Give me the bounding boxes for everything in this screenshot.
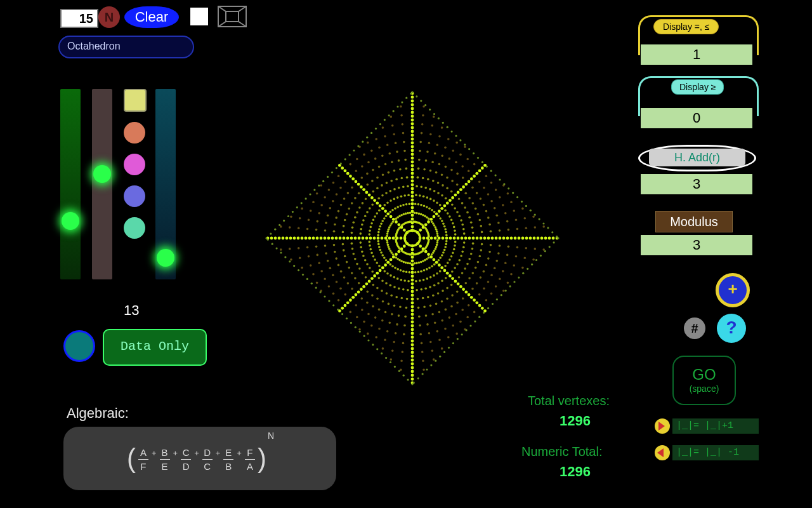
slider-3[interactable] bbox=[155, 89, 176, 279]
shape-select[interactable]: Octahedron bbox=[58, 36, 194, 58]
svg-point-908 bbox=[426, 216, 428, 218]
hadd-value-input[interactable]: 3 bbox=[641, 174, 752, 194]
swatch-orange[interactable] bbox=[124, 122, 145, 144]
svg-point-32 bbox=[533, 237, 536, 240]
svg-point-689 bbox=[341, 166, 344, 170]
svg-point-877 bbox=[435, 171, 438, 174]
svg-point-191 bbox=[433, 274, 435, 277]
svg-point-772 bbox=[395, 142, 397, 145]
svg-point-884 bbox=[422, 214, 424, 217]
svg-point-757 bbox=[391, 161, 393, 163]
slider-1-thumb[interactable] bbox=[62, 212, 79, 230]
svg-point-556 bbox=[297, 237, 300, 240]
modulus-value-input[interactable]: 3 bbox=[641, 235, 752, 255]
svg-point-913 bbox=[451, 180, 454, 182]
svg-point-545 bbox=[339, 237, 342, 240]
svg-point-852 bbox=[426, 150, 429, 153]
n-toggle-button[interactable]: N bbox=[98, 6, 120, 28]
data-only-button[interactable]: Data Only bbox=[103, 329, 207, 366]
tab-display-ge[interactable]: Display ≥ bbox=[671, 79, 724, 95]
svg-point-934 bbox=[433, 215, 436, 218]
swatch-blue[interactable] bbox=[124, 185, 145, 207]
svg-point-538 bbox=[365, 237, 369, 240]
svg-point-972 bbox=[468, 197, 471, 199]
svg-point-35 bbox=[544, 237, 547, 240]
svg-point-970 bbox=[454, 207, 456, 210]
svg-point-746 bbox=[381, 155, 384, 157]
svg-point-14 bbox=[464, 237, 468, 240]
help-button[interactable]: ? bbox=[717, 314, 746, 343]
value-le-input[interactable]: 1 bbox=[641, 44, 752, 65]
svg-point-152 bbox=[451, 277, 454, 280]
svg-point-225 bbox=[418, 262, 421, 264]
svg-point-663 bbox=[344, 181, 347, 184]
svg-point-52 bbox=[534, 248, 537, 250]
mode-toggle-button[interactable] bbox=[63, 330, 95, 362]
svg-point-860 bbox=[420, 204, 422, 206]
svg-point-435 bbox=[358, 282, 360, 284]
svg-point-1114 bbox=[477, 157, 479, 159]
svg-point-1069 bbox=[278, 224, 280, 226]
svg-point-616 bbox=[329, 207, 332, 210]
svg-point-455 bbox=[366, 263, 369, 265]
svg-point-412 bbox=[379, 269, 382, 272]
slider-1[interactable] bbox=[60, 89, 81, 279]
svg-point-1005 bbox=[460, 219, 462, 222]
value-ge-input[interactable]: 0 bbox=[641, 108, 752, 128]
svg-point-292 bbox=[411, 347, 414, 351]
svg-point-708 bbox=[376, 187, 379, 190]
slider-2[interactable] bbox=[92, 89, 112, 279]
svg-point-1068 bbox=[398, 370, 400, 372]
step-decrement[interactable]: |_|= |_| -1 bbox=[655, 444, 759, 461]
svg-point-1079 bbox=[531, 264, 533, 265]
svg-point-1104 bbox=[359, 331, 361, 333]
slider-2-thumb[interactable] bbox=[93, 165, 111, 183]
svg-point-597 bbox=[378, 228, 381, 231]
svg-point-419 bbox=[360, 288, 363, 291]
svg-point-604 bbox=[318, 212, 320, 215]
svg-point-142 bbox=[424, 250, 428, 253]
swatch-yellow[interactable] bbox=[124, 89, 147, 112]
svg-point-512 bbox=[290, 258, 292, 261]
svg-point-57 bbox=[445, 243, 447, 246]
svg-point-821 bbox=[411, 115, 414, 118]
svg-point-971 bbox=[461, 202, 464, 204]
size-input[interactable]: 15 bbox=[60, 9, 98, 28]
tab-display-le[interactable]: Display =, ≤ bbox=[653, 19, 719, 34]
svg-point-313 bbox=[402, 342, 405, 345]
octahedron-visualization[interactable] bbox=[254, 79, 571, 397]
clear-button[interactable]: Clear bbox=[124, 6, 179, 28]
svg-point-945 bbox=[462, 185, 465, 189]
svg-point-136 bbox=[471, 288, 474, 290]
hash-button[interactable]: # bbox=[684, 318, 705, 339]
swatch-magenta[interactable] bbox=[124, 154, 145, 175]
hadd-button[interactable]: H. Add(r) bbox=[638, 145, 756, 171]
svg-point-1064 bbox=[403, 375, 405, 377]
go-button[interactable]: GO (space) bbox=[672, 356, 736, 405]
svg-point-1173 bbox=[393, 110, 395, 112]
modulus-label[interactable]: Modulus bbox=[655, 211, 733, 232]
svg-point-881 bbox=[447, 138, 450, 140]
swatch-teal[interactable] bbox=[124, 217, 145, 239]
add-button[interactable]: + bbox=[716, 273, 750, 307]
svg-point-157 bbox=[465, 291, 468, 294]
svg-point-84 bbox=[443, 249, 446, 251]
svg-point-262 bbox=[421, 351, 424, 354]
svg-point-1110 bbox=[473, 152, 475, 154]
slider-3-thumb[interactable] bbox=[157, 249, 174, 267]
svg-point-216 bbox=[429, 286, 431, 288]
perspective-icon[interactable] bbox=[217, 5, 247, 28]
step-increment[interactable]: |_|= |_|+1 bbox=[655, 418, 759, 434]
svg-point-409 bbox=[386, 261, 390, 264]
svg-point-1042 bbox=[445, 234, 448, 237]
svg-point-264 bbox=[422, 368, 425, 371]
svg-point-940 bbox=[449, 199, 452, 202]
svg-point-24 bbox=[502, 237, 506, 240]
svg-point-1175 bbox=[426, 368, 428, 370]
svg-point-51 bbox=[525, 247, 528, 250]
color-swatch-white[interactable] bbox=[190, 8, 208, 25]
svg-point-444 bbox=[369, 267, 371, 269]
svg-point-259 bbox=[419, 324, 421, 327]
svg-point-362 bbox=[386, 292, 388, 295]
svg-point-341 bbox=[386, 330, 389, 333]
